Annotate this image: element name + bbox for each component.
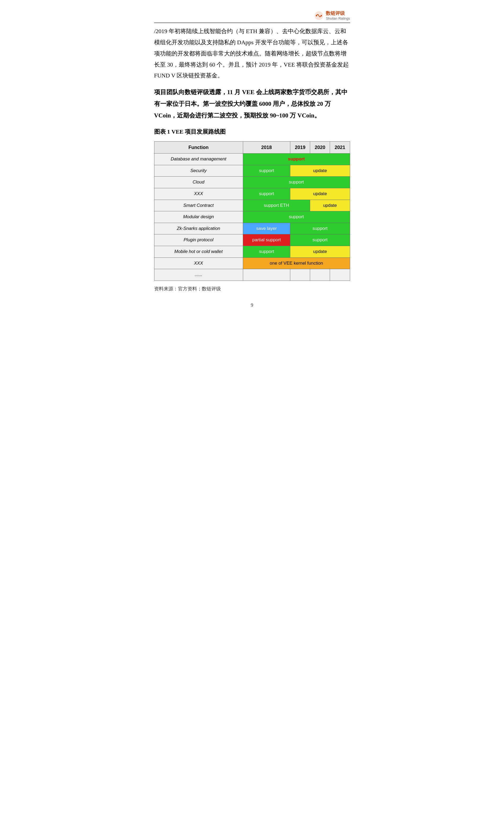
page-number: 9 <box>154 301 350 309</box>
cell-0-0: support <box>243 154 350 165</box>
cell-5-0: support <box>243 211 350 223</box>
cell-8-1: update <box>290 246 350 257</box>
cell-1-1: update <box>290 165 350 176</box>
cell-1-0: support <box>243 165 290 176</box>
row-name-9: XXX <box>154 257 243 269</box>
row-name-5: Modular design <box>154 211 243 223</box>
logo-icon <box>314 11 324 20</box>
cell-6-0: save layer <box>243 223 290 235</box>
cell-7-1: support <box>290 235 350 246</box>
cell-3-1: update <box>290 188 350 200</box>
cell-7-0: partial support <box>243 235 290 246</box>
table-row: XXXsupportupdate <box>154 188 350 200</box>
cell-10-0 <box>243 269 290 281</box>
table-row: Plugin protocolpartial supportsupport <box>154 235 350 246</box>
cell-10-1 <box>290 269 310 281</box>
cell-3-0: support <box>243 188 290 200</box>
cell-9-0: one of VEE kernel function <box>243 257 350 269</box>
row-name-4: Smart Contract <box>154 200 243 211</box>
table-row: ...... <box>154 269 350 281</box>
table-row: Smart Contractsupport ETHupdate <box>154 200 350 211</box>
table-header: Function 2018 2019 2020 2021 <box>154 141 350 153</box>
svg-point-1 <box>316 15 317 16</box>
col-header-2021: 2021 <box>330 141 350 153</box>
col-header-2019: 2019 <box>290 141 310 153</box>
logo-text: 数链评级 Shulian Ratings <box>326 11 350 20</box>
cell-10-2 <box>310 269 330 281</box>
row-name-3: XXX <box>154 188 243 200</box>
logo-area: 数链评级 Shulian Ratings <box>314 11 350 20</box>
col-header-2020: 2020 <box>310 141 330 153</box>
cell-8-0: support <box>243 246 290 257</box>
table-row: Securitysupportupdate <box>154 165 350 176</box>
col-header-2018: 2018 <box>243 141 290 153</box>
cell-4-0: support ETH <box>243 200 310 211</box>
source-text: 资料来源：官方资料；数链评级 <box>154 285 350 293</box>
cell-4-1: update <box>310 200 350 211</box>
row-name-2: Cloud <box>154 176 243 188</box>
row-name-0: Database and management <box>154 154 243 165</box>
page-header: 数链评级 Shulian Ratings <box>154 11 350 23</box>
table-body: Database and managementsupportSecuritysu… <box>154 154 350 281</box>
cell-6-1: support <box>290 223 350 235</box>
cell-2-0: support <box>243 176 350 188</box>
row-name-8: Mobile hot or cold wallet <box>154 246 243 257</box>
table-row: XXXone of VEE kernel function <box>154 257 350 269</box>
section-title: 图表 1 VEE 项目发展路线图 <box>154 126 350 137</box>
row-name-10: ...... <box>154 269 243 281</box>
col-header-function: Function <box>154 141 243 153</box>
row-name-1: Security <box>154 165 243 176</box>
roadmap-table: Function 2018 2019 2020 2021 Database an… <box>154 141 350 281</box>
table-row: Modular designsupport <box>154 211 350 223</box>
table-row: Cloudsupport <box>154 176 350 188</box>
table-row: Mobile hot or cold walletsupportupdate <box>154 246 350 257</box>
table-row: Database and managementsupport <box>154 154 350 165</box>
main-paragraph: /2019 年初将陆续上线智能合约（与 ETH 兼容）、去中心化数据库云、云和模… <box>154 26 350 81</box>
svg-point-2 <box>321 15 322 16</box>
row-name-7: Plugin protocol <box>154 235 243 246</box>
row-name-6: Zk-Snarks application <box>154 223 243 235</box>
bold-paragraph: 项目团队向数链评级透露，11 月 VEE 会上线两家数字货币交易所，其中有一家位… <box>154 86 350 121</box>
table-row: Zk-Snarks applicationsave layersupport <box>154 223 350 235</box>
cell-10-3 <box>330 269 350 281</box>
